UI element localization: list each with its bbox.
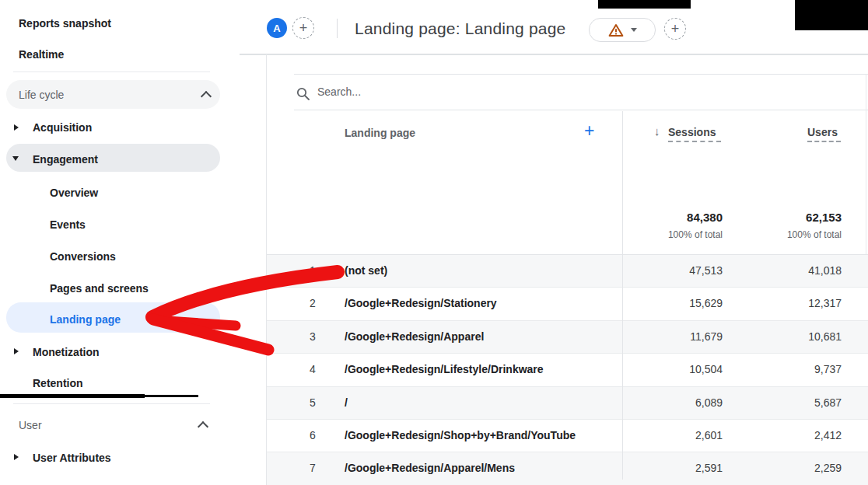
table-row: 1 (not set) 47,513 41,018 [267,255,868,288]
sidebar-item-acquisition[interactable]: Acquisition [33,121,92,134]
expand-arrow-icon[interactable] [14,454,19,460]
sidebar-divider [13,72,210,72]
search-input[interactable] [316,85,568,99]
table-row: 4 /Google+Redesign/Lifestyle/Drinkware 1… [267,354,868,386]
landing-page-cell: / [345,396,348,409]
landing-page-cell: /Google+Redesign/Lifestyle/Drinkware [345,363,544,375]
sidebar-item-overview[interactable]: Overview [50,187,98,200]
users-cell: 10,681 [808,330,842,343]
sidebar-item-landing-page[interactable]: Landing page [50,313,121,326]
collapse-arrow-icon[interactable] [12,156,19,161]
table-row: 6 /Google+Redesign/Shop+by+Brand/YouTube… [267,420,868,452]
landing-page-cell: (not set) [345,264,387,277]
table-row: 3 /Google+Redesign/Apparel 11,679 10,681 [267,321,868,354]
users-header-underline [807,141,841,142]
landing-page-cell: /Google+Redesign/Apparel [345,330,484,343]
users-total: 62,153 [757,211,842,224]
users-total-share: 100% of total [757,229,842,240]
sidebar-item-user-attributes[interactable]: User Attributes [33,452,111,465]
sidebar-section-lifecycle-label: Life cycle [19,89,64,102]
redaction-bar [598,0,691,9]
sessions-cell: 10,504 [689,363,723,375]
comparison-chip-avatar[interactable]: A [267,18,287,38]
column-header-users[interactable]: Users [807,126,838,138]
users-cell: 9,737 [814,363,842,375]
landing-page-cell: /Google+Redesign/Stationery [345,297,497,309]
add-report-button[interactable]: + [664,18,686,40]
search-top-divider [294,74,868,75]
sidebar-item-realtime[interactable]: Realtime [19,48,64,61]
table-row: 7 /Google+Redesign/Apparel/Mens 2,591 2,… [267,452,868,485]
sidebar-item-reports-snapshot[interactable]: Reports snapshot [19,17,111,30]
row-index: 5 [310,396,316,409]
sidebar-item-engagement[interactable]: Engagement [33,153,98,166]
table-row: 2 /Google+Redesign/Stationery 15,629 12,… [267,288,868,320]
users-cell: 41,018 [808,264,842,277]
sessions-cell: 2,601 [695,429,723,441]
sessions-total-share: 100% of total [638,229,723,240]
chevron-down-icon [631,28,637,32]
sessions-cell: 2,591 [695,462,723,474]
add-comparison-button[interactable]: + [292,17,314,39]
warning-icon [608,23,624,37]
row-index: 3 [310,330,316,343]
sessions-cell: 47,513 [689,264,723,277]
row-index: 6 [310,429,316,441]
landing-page-cell: /Google+Redesign/Apparel/Mens [345,462,515,474]
column-header-sessions[interactable]: Sessions [668,126,716,138]
dimension-column-header[interactable]: Landing page [345,127,415,139]
sidebar-item-conversions[interactable]: Conversions [50,250,116,263]
row-index: 7 [310,462,316,474]
sessions-header-underline [668,141,721,142]
sidebar-item-events[interactable]: Events [50,218,86,232]
search-icon [296,87,310,100]
header-divider [337,19,338,38]
redaction-bar [795,0,868,30]
sessions-cell: 6,089 [695,396,723,409]
redaction-bar [0,394,145,398]
sidebar-item-retention[interactable]: Retention [33,377,83,390]
report-warning-menu[interactable] [589,18,656,42]
sidebar-divider [13,403,210,404]
sidebar-section-user-label[interactable]: User [19,419,42,432]
chevron-up-icon[interactable] [198,421,208,432]
row-index: 1 [310,264,316,277]
report-table-body: 1 (not set) 47,513 41,018 2 /Google+Rede… [267,254,868,485]
users-cell: 2,412 [814,429,842,441]
search-bottom-divider [294,110,868,110]
sidebar-item-monetization[interactable]: Monetization [33,346,100,359]
row-index: 2 [310,297,316,309]
users-cell: 12,317 [808,297,842,309]
sidebar-item-pages-and-screens[interactable]: Pages and screens [50,282,149,295]
expand-arrow-icon[interactable] [14,348,19,354]
row-index: 4 [310,363,316,375]
sessions-total: 84,380 [638,211,723,224]
expand-arrow-icon[interactable] [14,124,19,131]
redaction-bar [145,395,198,397]
add-column-button[interactable]: + [584,120,594,141]
header-bottom-divider [240,54,868,55]
landing-page-cell: /Google+Redesign/Shop+by+Brand/YouTube [345,429,576,441]
users-cell: 5,687 [814,396,842,409]
sort-descending-icon: ↓ [654,124,660,138]
page-title: Landing page: Landing page [355,19,565,38]
sessions-cell: 15,629 [689,297,723,309]
column-divider [622,111,623,480]
users-cell: 2,259 [814,462,842,474]
table-row: 5 / 6,089 5,687 [267,387,868,420]
sessions-cell: 11,679 [690,330,723,343]
